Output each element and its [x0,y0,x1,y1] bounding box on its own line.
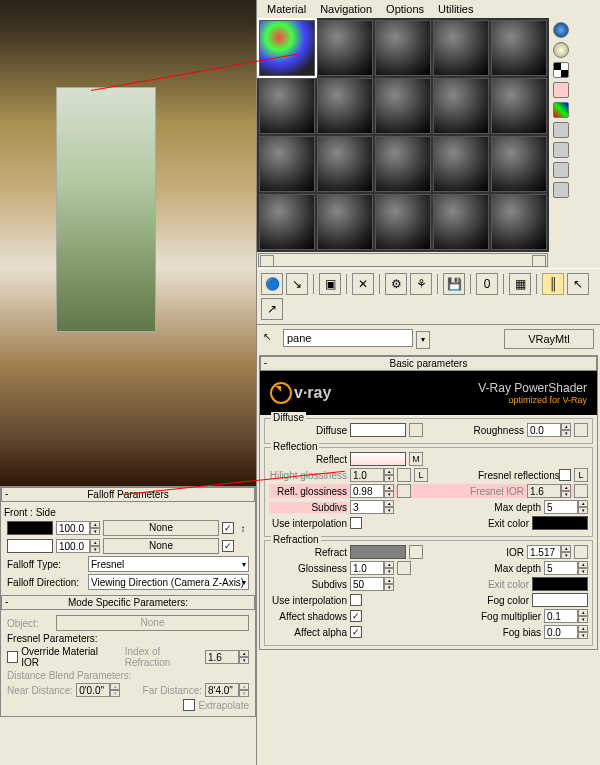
material-slot[interactable] [375,20,431,76]
refr-maxdepth-spinner[interactable]: ▴▾ [544,561,588,575]
material-slot[interactable] [491,136,547,192]
side-enable-checkbox[interactable] [222,540,234,552]
material-slot[interactable] [317,20,373,76]
backlight-icon[interactable] [553,42,569,58]
material-name-dropdown[interactable]: ▾ [416,331,430,349]
material-name-input[interactable] [283,329,413,347]
reset-button[interactable]: ✕ [352,273,374,295]
material-map-nav-icon[interactable] [553,182,569,198]
collapse-icon[interactable]: - [5,488,8,499]
sample-type-icon[interactable] [553,22,569,38]
material-id-button[interactable]: 0 [476,273,498,295]
vray-header: v·ray V-Ray PowerShader optimized for V-… [260,371,597,415]
diffuse-color-swatch[interactable] [350,423,406,437]
refl-exit-color-swatch[interactable] [532,516,588,530]
material-slot[interactable] [491,78,547,134]
falloff-direction-select[interactable]: Viewing Direction (Camera Z-Axis) [88,574,249,590]
refr-gloss-spinner[interactable]: ▴▾ [350,561,394,575]
menu-material[interactable]: Material [261,2,312,16]
reflect-map-button[interactable]: M [409,452,423,466]
material-slot[interactable] [375,78,431,134]
fresnel-lock-button[interactable]: L [574,468,588,482]
falloff-type-select[interactable]: Fresnel [88,556,249,572]
make-unique-button[interactable]: ⚘ [410,273,432,295]
refract-color-swatch[interactable] [350,545,406,559]
material-slot[interactable] [259,136,315,192]
put-to-library-button[interactable]: 💾 [443,273,465,295]
pick-material-icon[interactable]: ↖ [263,331,279,347]
go-forward-button[interactable]: ↗ [261,298,283,320]
fog-color-swatch[interactable] [532,593,588,607]
front-enable-checkbox[interactable] [222,522,234,534]
material-type-button[interactable]: VRayMtl [504,329,594,349]
video-check-icon[interactable] [553,102,569,118]
fog-mult-spinner[interactable]: ▴▾ [544,609,588,623]
affect-alpha-checkbox[interactable] [350,626,362,638]
refl-subdivs-spinner[interactable]: ▴▾ [350,500,394,514]
affect-shadows-checkbox[interactable] [350,610,362,622]
material-slot[interactable] [433,20,489,76]
basic-params-header[interactable]: - Basic parameters [260,356,597,371]
refl-interp-checkbox[interactable] [350,517,362,529]
menu-options[interactable]: Options [380,2,430,16]
show-end-result-button[interactable]: ║ [542,273,564,295]
reflect-color-swatch[interactable] [350,452,406,466]
menu-navigation[interactable]: Navigation [314,2,378,16]
material-slot[interactable] [259,194,315,250]
fog-bias-spinner[interactable]: ▴▾ [544,625,588,639]
side-color-swatch[interactable] [7,539,53,553]
material-slot[interactable] [375,194,431,250]
refl-maxdepth-spinner[interactable]: ▴▾ [544,500,588,514]
swap-button[interactable]: ↕ [237,523,249,534]
material-slot[interactable] [433,136,489,192]
menu-utilities[interactable]: Utilities [432,2,479,16]
go-parent-button[interactable]: ↖ [567,273,589,295]
material-slot-selected[interactable] [259,20,315,76]
roughness-spinner[interactable]: ▴▾ [527,423,571,437]
override-ior-checkbox[interactable] [7,651,18,663]
material-slot[interactable] [375,136,431,192]
get-material-button[interactable]: 🔵 [261,273,283,295]
front-value-spinner[interactable]: ▴▾ [56,521,100,535]
material-slot[interactable] [491,20,547,76]
material-slot[interactable] [317,194,373,250]
front-color-swatch[interactable] [7,521,53,535]
material-slot[interactable] [259,78,315,134]
slot-scrollbar[interactable] [258,253,548,267]
fresnel-ior-map-button[interactable] [574,484,588,498]
refr-gloss-map-button[interactable] [397,561,411,575]
material-slot[interactable] [433,78,489,134]
side-value-spinner[interactable]: ▴▾ [56,539,100,553]
background-icon[interactable] [553,62,569,78]
make-copy-button[interactable]: ⚙ [385,273,407,295]
material-slot[interactable] [317,136,373,192]
diffuse-legend: Diffuse [271,412,306,423]
material-slot[interactable] [317,78,373,134]
material-slot[interactable] [433,194,489,250]
refl-gloss-spinner[interactable]: ▴▾ [350,484,394,498]
panel-header[interactable]: - Falloff Parameters [1,487,255,502]
put-to-scene-button[interactable]: ↘ [286,273,308,295]
side-map-button[interactable]: None [103,538,219,554]
fresnel-checkbox[interactable] [559,469,571,481]
select-by-mat-icon[interactable] [553,162,569,178]
front-map-button[interactable]: None [103,520,219,536]
diffuse-map-button[interactable] [409,423,423,437]
refr-subdivs-spinner[interactable]: ▴▾ [350,577,394,591]
options-icon[interactable] [553,142,569,158]
hilight-map-button[interactable] [397,468,411,482]
show-map-button[interactable]: ▦ [509,273,531,295]
refr-interp-checkbox[interactable] [350,594,362,606]
assign-button[interactable]: ▣ [319,273,341,295]
material-slot[interactable] [491,194,547,250]
sample-uv-icon[interactable] [553,82,569,98]
refract-map-button[interactable] [409,545,423,559]
refl-gloss-map-button[interactable] [397,484,411,498]
mode-specific-header[interactable]: - Mode Specific Parameters: [1,595,255,610]
lock-hilight-button[interactable]: L [414,468,428,482]
roughness-map-button[interactable] [574,423,588,437]
ior-map-button[interactable] [574,545,588,559]
ior-spinner[interactable]: ▴▾ [527,545,571,559]
make-preview-icon[interactable] [553,122,569,138]
far-spinner: ▴▾ [205,683,249,697]
